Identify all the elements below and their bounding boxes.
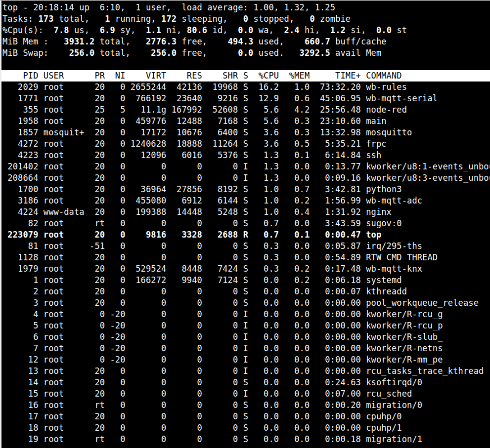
process-row: 81 root -51 0 0 0 0 S 0.3 0.0 0:05.87 ir… <box>2 241 490 252</box>
process-row: 4 root 0 -20 0 0 0 I 0.0 0.0 0:00.00 kwo… <box>2 309 490 320</box>
process-row: 7 root 0 -20 0 0 0 I 0.0 0.0 0:00.00 kwo… <box>2 343 490 354</box>
summary-value: 6.9 <box>89 25 115 35</box>
summary-label: sy, <box>115 25 135 35</box>
summary-value: 0.0 <box>213 48 254 58</box>
summary-label: top - 20:18:14 up 6:10, 1 user, load ave… <box>2 2 335 12</box>
process-row: 16 root rt 0 0 0 0 S 0.0 0.0 0:00.20 mig… <box>2 400 490 411</box>
process-row: 208664 root 20 0 0 0 0 I 1.3 0.0 0:09.16… <box>2 172 490 184</box>
summary-line: MiB Mem : 3931.2 total, 2776.3 free, 494… <box>2 36 490 47</box>
process-row: 1857 mosquit+ 20 0 17172 10676 6400 S 3.… <box>2 127 490 138</box>
summary-label: sleeping, <box>177 14 243 24</box>
summary-value: 660.7 <box>289 37 330 46</box>
summary-label: buff/cache <box>330 37 387 46</box>
process-row: 82 root rt 0 0 0 0 S 0.7 0.0 3:43.59 sug… <box>2 218 490 229</box>
process-row: 1128 root 20 0 0 0 0 S 0.3 0.0 0:54.89 R… <box>2 252 490 263</box>
summary-label: MiB Swap: <box>2 48 54 58</box>
process-row: 4223 root 20 0 12096 6016 5376 S 1.3 0.1… <box>2 150 490 161</box>
summary-value: 2776.3 <box>135 37 177 46</box>
summary-label: %Cpu(s): <box>2 25 44 35</box>
process-row: 4224 www-data 20 0 199388 14448 5248 S 1… <box>2 206 490 218</box>
summary-value: 2.4 <box>274 25 300 35</box>
summary-label: used. <box>253 48 289 58</box>
summary-value: 0.0 <box>366 25 392 35</box>
summary-label: free, <box>177 37 212 46</box>
summary-value: 0 <box>243 14 248 24</box>
process-row: 12 root 0 -20 0 0 0 I 0.0 0.0 0:00.00 kw… <box>2 354 490 366</box>
process-row: 15 root 20 0 0 0 0 I 0.0 0.0 0:07.00 rcu… <box>2 388 490 400</box>
summary-label: us, <box>69 25 89 35</box>
summary-value: 3292.5 <box>289 48 330 58</box>
process-row: 13 root 20 0 0 0 0 I 0.0 0.0 0:00.00 rcu… <box>2 366 490 377</box>
summary-label: zombie <box>315 14 351 24</box>
blank-line <box>2 59 490 70</box>
summary-value: 0.0 <box>228 25 254 35</box>
summary-label: id, <box>207 25 227 35</box>
summary-label: stopped, <box>248 14 310 24</box>
summary-label: Tasks: <box>2 14 38 24</box>
summary-label: si, <box>346 25 366 35</box>
summary-label: total, <box>54 14 105 24</box>
summary-value: 1.1 <box>135 25 161 35</box>
summary-value: 0 <box>310 14 314 24</box>
process-row: 1979 root 20 0 529524 8448 7424 S 0.3 0.… <box>2 263 490 275</box>
process-row: 17 root 20 0 0 0 0 S 0.0 0.0 0:00.00 cpu… <box>2 411 490 422</box>
process-row: 1 root 20 0 166272 9940 7124 S 0.0 0.2 0… <box>2 275 490 286</box>
summary-label: running, <box>110 14 161 24</box>
process-row: 18 root 20 0 0 0 0 S 0.0 0.0 0:00.00 cpu… <box>2 422 490 434</box>
process-row: 2029 root 20 0 2655244 42136 19968 S 16.… <box>2 81 490 93</box>
summary-label: hi, <box>300 25 320 35</box>
summary-label: st <box>392 25 407 35</box>
summary-value: 7.8 <box>44 25 69 35</box>
process-row: 201402 root 20 0 0 0 0 I 1.3 0.0 0:13.77… <box>2 161 490 172</box>
summary-label: ni, <box>161 25 181 35</box>
summary-value: 1 <box>105 14 110 24</box>
summary-label: wa, <box>253 25 273 35</box>
process-table-header-row: PID USER PR NI VIRT RES SHR S %CPU %MEM … <box>1 70 490 81</box>
process-table: 2029 root 20 0 2655244 42136 19968 S 16.… <box>2 81 490 445</box>
summary-line: Tasks: 173 total, 1 running, 172 sleepin… <box>2 13 490 25</box>
summary-label: used, <box>253 37 289 46</box>
summary-line: %Cpu(s): 7.8 us, 6.9 sy, 1.1 ni, 80.6 id… <box>2 25 490 36</box>
process-row: 6 root 0 -20 0 0 0 I 0.0 0.0 0:00.00 kwo… <box>2 331 490 343</box>
process-row: 1958 root 20 0 459776 12488 7168 S 5.6 0… <box>2 116 490 127</box>
summary-label: avail Mem <box>330 48 382 58</box>
summary-label: total, <box>94 48 135 58</box>
process-row: 1771 root 20 0 766192 23640 9216 S 12.9 … <box>2 93 490 104</box>
process-row: 3186 root 20 0 455080 6912 6144 S 1.0 0.… <box>2 195 490 206</box>
process-row: 223079 root 20 0 9816 3328 2688 R 0.7 0.… <box>2 229 490 241</box>
process-row: 3 root 20 0 0 0 0 S 0.0 0.0 0:00.00 pool… <box>2 297 490 309</box>
process-row: 355 root 25 5 11.1g 167992 52608 S 5.6 4… <box>2 104 490 116</box>
summary-value: 256.0 <box>135 48 177 58</box>
summary-value: 80.6 <box>181 25 207 35</box>
process-row: 4272 root 20 0 1240628 18888 11264 S 3.6… <box>2 138 490 150</box>
process-row: 5 root 0 -20 0 0 0 I 0.0 0.0 0:00.00 kwo… <box>2 320 490 331</box>
summary-value: 256.0 <box>54 48 95 58</box>
summary-label: MiB Mem : <box>2 37 54 46</box>
summary-value: 494.3 <box>213 37 254 46</box>
summary-label: total, <box>94 37 135 46</box>
top-summary-area: top - 20:18:14 up 6:10, 1 user, load ave… <box>2 2 490 59</box>
process-row: 1700 root 20 0 36964 27856 8192 S 1.0 0.… <box>2 184 490 195</box>
terminal-window[interactable]: top - 20:18:14 up 6:10, 1 user, load ave… <box>0 0 490 448</box>
process-row: 14 root 20 0 0 0 0 S 0.0 0.0 0:24.63 kso… <box>2 377 490 388</box>
summary-label: free, <box>177 48 212 58</box>
summary-line: top - 20:18:14 up 6:10, 1 user, load ave… <box>2 2 490 13</box>
summary-value: 173 <box>38 14 53 24</box>
process-row: 2 root 20 0 0 0 0 S 0.0 0.0 0:00.07 kthr… <box>2 286 490 297</box>
process-row: 19 root rt 0 0 0 0 S 0.0 0.0 0:00.18 mig… <box>2 434 490 445</box>
summary-value: 1.2 <box>320 25 346 35</box>
summary-value: 172 <box>161 14 177 24</box>
summary-value: 3931.2 <box>54 37 95 46</box>
summary-line: MiB Swap: 256.0 total, 256.0 free, 0.0 u… <box>2 47 490 59</box>
